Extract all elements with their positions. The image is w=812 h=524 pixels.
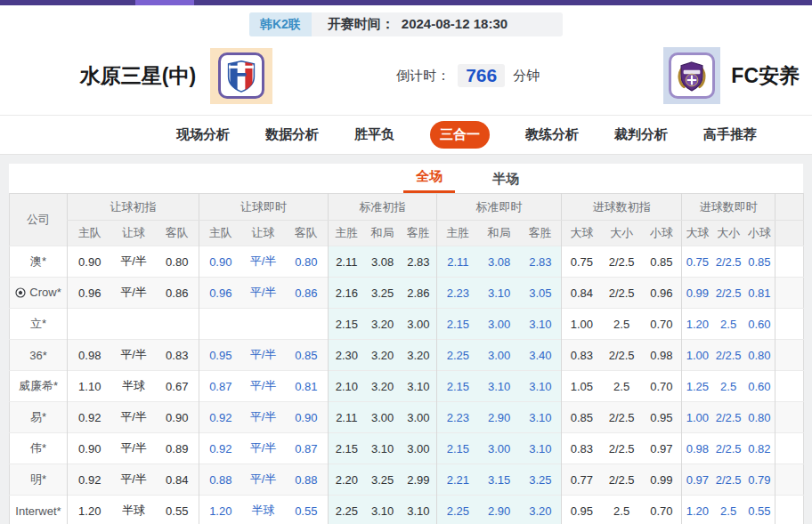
nav-tab-5[interactable]: 教练分析 xyxy=(525,126,579,143)
column-header: 主胜 xyxy=(437,221,479,246)
odds-cell: 0.83 xyxy=(562,433,602,464)
odds-cell: 1.10 xyxy=(68,371,112,402)
odds-cell: 3.20 xyxy=(365,340,401,371)
odds-cell: 平/半 xyxy=(112,402,156,433)
odds-cell: 平/半 xyxy=(112,246,156,278)
odds-cell: 3.00 xyxy=(479,433,520,464)
odds-cell: 2/2.5 xyxy=(602,278,642,309)
away-team-name: FC安养 xyxy=(731,62,800,90)
company-cell[interactable]: 威廉希* xyxy=(10,371,68,402)
odds-cell: 2.5 xyxy=(602,309,642,340)
odds-cell: 半球 xyxy=(112,371,156,402)
odds-cell: 2.15 xyxy=(329,433,365,464)
countdown-label: 倒计时： xyxy=(396,68,450,85)
odds-row: Crow*0.96平/半0.860.96平/半0.862.163.252.862… xyxy=(10,278,804,309)
odds-cell: 2/2.5 xyxy=(713,340,744,371)
odds-cell: 0.95 xyxy=(642,402,682,433)
odds-cell: 2.99 xyxy=(401,464,437,496)
empty-cell xyxy=(775,402,804,433)
nav-tab-2[interactable]: 数据分析 xyxy=(265,126,319,143)
column-header: 小球 xyxy=(642,221,682,246)
nav-tab-4[interactable]: 三合一 xyxy=(430,121,490,149)
company-cell[interactable]: 澳* xyxy=(10,246,68,278)
odds-cell: 2.90 xyxy=(479,402,520,433)
odds-cell: 0.92 xyxy=(68,464,112,496)
odds-cell: 2/2.5 xyxy=(602,340,642,371)
sub-header-row: 主队让球客队主队让球客队主胜和局客胜主胜和局客胜大球大小小球大球大小小球 xyxy=(10,221,804,246)
nav-tab-7[interactable]: 高手推荐 xyxy=(703,126,757,143)
empty-cell xyxy=(775,309,804,340)
league-badge[interactable]: 韩K2联 xyxy=(249,12,312,36)
anyang-crest-icon xyxy=(669,52,715,99)
column-header: 大小 xyxy=(602,221,642,246)
odds-cell: 2.11 xyxy=(329,246,365,278)
company-cell[interactable]: Interwet* xyxy=(10,496,68,524)
odds-cell: 0.98 xyxy=(682,433,713,464)
column-group-header: 进球数初指 xyxy=(562,194,682,221)
company-cell[interactable]: 立* xyxy=(10,309,68,340)
odds-cell: 0.70 xyxy=(642,371,682,402)
odds-cell: 3.25 xyxy=(365,464,401,496)
odds-cell: 2.25 xyxy=(329,496,365,524)
odds-cell: 2.30 xyxy=(329,340,365,371)
odds-cell: 0.81 xyxy=(744,278,775,309)
odds-cell: 0.75 xyxy=(682,246,713,278)
odds-cell: 2.86 xyxy=(401,278,437,309)
column-group-header: 标准初指 xyxy=(329,194,437,221)
odds-cell: 1.20 xyxy=(199,496,242,524)
company-cell[interactable]: 明* xyxy=(10,464,68,496)
home-team-logo xyxy=(210,48,272,104)
odds-cell: 0.86 xyxy=(156,278,199,309)
odds-row: 易*0.92平/半0.900.92平/半0.902.113.003.002.23… xyxy=(10,402,804,433)
odds-cell: 3.25 xyxy=(365,278,401,309)
company-name: 立* xyxy=(30,317,46,330)
odds-cell: 3.10 xyxy=(401,496,437,524)
odds-cell: 半球 xyxy=(112,496,156,524)
odds-cell: 1.20 xyxy=(68,496,112,524)
odds-cell: 2.21 xyxy=(437,464,479,496)
league-chip: 韩K2联 开赛时间： 2024-08-12 18:30 xyxy=(249,12,563,36)
odds-cell: 3.10 xyxy=(479,278,520,309)
odds-cell: 1.00 xyxy=(682,402,713,433)
odds-cell: 0.75 xyxy=(562,246,602,278)
odds-cell: 平/半 xyxy=(112,433,156,464)
odds-cell: 0.85 xyxy=(285,340,329,371)
odds-cell: 0.80 xyxy=(156,246,199,278)
odds-cell: 平/半 xyxy=(242,246,285,278)
odds-cell: 0.89 xyxy=(156,433,199,464)
nav-tab-6[interactable]: 裁判分析 xyxy=(614,126,668,143)
company-cell[interactable]: 36* xyxy=(10,340,68,371)
odds-cell: 2/2.5 xyxy=(713,464,744,496)
column-header: 大小 xyxy=(713,221,744,246)
odds-cell xyxy=(285,309,329,340)
odds-cell: 平/半 xyxy=(242,340,285,371)
odds-cell: 2.5 xyxy=(713,371,744,402)
company-cell[interactable]: 伟* xyxy=(10,433,68,464)
odds-cell: 0.55 xyxy=(285,496,329,524)
odds-cell: 0.99 xyxy=(682,278,713,309)
odds-row: 36*0.98平/半0.830.95平/半0.852.303.203.202.2… xyxy=(10,340,804,371)
odds-cell: 2.25 xyxy=(437,496,479,524)
odds-cell xyxy=(199,309,242,340)
nav-tab-3[interactable]: 胜平负 xyxy=(354,126,394,143)
odds-cell: 2.15 xyxy=(437,309,479,340)
odds-cell: 2.23 xyxy=(437,402,479,433)
odds-cell: 0.85 xyxy=(642,246,682,278)
odds-cell: 0.80 xyxy=(285,246,329,278)
company-cell[interactable]: 易* xyxy=(10,402,68,433)
period-tab-2[interactable]: 半场 xyxy=(480,171,532,193)
odds-cell: 2.5 xyxy=(713,309,744,340)
odds-cell: 1.20 xyxy=(682,496,713,524)
odds-cell: 3.00 xyxy=(401,402,437,433)
period-tab-1[interactable]: 全场 xyxy=(403,168,455,193)
odds-row: 立*2.153.203.002.153.003.101.002.50.701.2… xyxy=(10,309,804,340)
company-cell[interactable]: Crow* xyxy=(10,278,68,309)
odds-cell: 0.99 xyxy=(642,464,682,496)
odds-cell: 0.88 xyxy=(285,464,329,496)
company-name: 伟* xyxy=(30,441,46,455)
odds-cell: 0.88 xyxy=(199,464,242,496)
nav-tab-1[interactable]: 现场分析 xyxy=(176,126,230,143)
odds-cell: 2/2.5 xyxy=(602,464,642,496)
odds-cell: 2.5 xyxy=(602,496,642,524)
column-header: 客胜 xyxy=(401,221,437,246)
